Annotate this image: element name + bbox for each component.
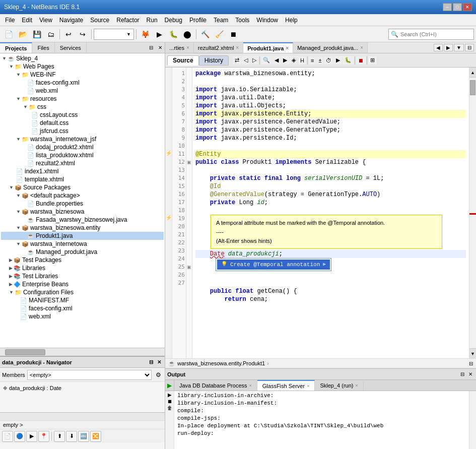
tab-files[interactable]: Files [32,42,54,53]
tab-menu-btn[interactable]: ▼ [454,44,464,51]
menu-source[interactable]: Source [87,16,112,25]
tree-item-webinf[interactable]: ▼ 📁 WEB-INF [1,71,164,79]
minimize-button[interactable]: ─ [443,3,452,11]
tree-item-jsfcrud[interactable]: 📄 jsfcrud.css [1,127,164,135]
tree-item-warstwa-int[interactable]: ▼ 📁 warstwa_internetowa_jsf [1,135,164,143]
output-tab-sklep4-close[interactable]: × [355,383,358,388]
toolbar-toggle-bookmarks[interactable]: ⇄ [233,56,241,65]
tab-restore-btn[interactable]: ⊟ [465,44,474,51]
autocomplete-item[interactable]: 💡 Create @Temporal annotation ▶ [217,260,330,270]
nav-action-btn-2[interactable]: 🔵 [14,431,25,442]
tree-item-faces-config2[interactable]: 📄 faces-config.xml [1,304,164,312]
output-tab-glassfish-close[interactable]: × [307,383,309,389]
toolbar-find-sel[interactable]: ◈ [290,56,298,65]
editor-tab-managed[interactable]: Managed_produkt.java... × [293,42,368,53]
tree-toggle-webpages[interactable]: ▼ [9,64,14,69]
output-restore-btn[interactable]: ⊟ [459,371,466,377]
editor-tab-produkt1[interactable]: Produkt1.java × [243,42,293,53]
run-button[interactable]: ▶ [153,28,166,41]
tree-item-test-libraries[interactable]: ▶ 📚 Test Libraries [1,272,164,280]
tree-item-default-pkg[interactable]: ▼ 📦 <default package> [1,191,164,200]
tree-toggle-css[interactable]: ▼ [23,104,28,109]
tree-item-warstwa-int2[interactable]: ▼ 📦 warstwa_internetowa [1,240,164,248]
menu-help[interactable]: Help [282,16,301,25]
nav-action-btn-1[interactable]: 📄 [2,431,13,442]
navigator-item-data-produkcji[interactable]: ◆ data_produkcji : Date [2,384,163,392]
tree-toggle-default-pkg[interactable]: ▼ [16,193,21,198]
tree-item-resources[interactable]: ▼ 📁 resources [1,95,164,103]
source-tab-history[interactable]: History [199,55,229,66]
output-tab-sklep4[interactable]: Sklep_4 (run) × [315,380,363,391]
toolbar-next-bookmark[interactable]: ▷ [250,56,258,65]
clean-build-button[interactable]: 🧹 [213,28,226,41]
breadcrumb-close-btn[interactable]: ⊟ [469,361,473,366]
tree-item-webpages[interactable]: ▼ 📁 Web Pages [1,62,164,71]
tree-item-faces-config[interactable]: 📄 faces-config.xml [1,79,164,87]
menu-view[interactable]: View [36,16,55,25]
editor-tab-close-produkt1[interactable]: × [286,45,289,51]
tree-item-config-files[interactable]: ▼ 📁 Configuration Files [1,288,164,296]
tree-item-warstwa-biz-ent[interactable]: ▼ 📦 warstwa_biznesowa.entity [1,224,164,232]
autocomplete-popup[interactable]: 💡 Create @Temporal annotation ▶ [216,258,331,271]
tree-item-csslayout[interactable]: 📄 cssLayout.css [1,111,164,119]
tree-toggle-libraries[interactable]: ▶ [9,266,13,271]
tree-toggle-warstwa-int[interactable]: ▼ [16,137,21,142]
tree-item-dodaj[interactable]: 📄 dodaj_produkt2.xhtml [1,143,164,151]
nav-action-btn-7[interactable]: 🔤 [78,431,89,442]
run-project-input[interactable] [96,31,126,37]
tree-item-rezultat2[interactable]: 📄 rezultat2.xhtml [1,159,164,167]
nav-action-btn-4[interactable]: 📍 [38,431,49,442]
code-content[interactable]: package warstwa_biznesowa.entity; import… [192,68,469,358]
menu-profile[interactable]: Profile [186,16,210,25]
output-run-btn[interactable]: ▶ [167,382,172,389]
output-run-side-btn[interactable]: ▶ [168,392,172,398]
output-stop-side-btn[interactable]: ⏹ [167,399,172,404]
menu-refactor[interactable]: Refactor [113,16,142,25]
redo-button[interactable]: ↪ [76,28,89,41]
open-project-button[interactable]: 📂 [16,28,29,41]
scroll-up-btn[interactable]: ▲ [469,68,476,78]
tree-item-produkt1[interactable]: ☕ Produkt1.java [1,232,164,240]
tree-item-libraries[interactable]: ▶ 📚 Libraries [1,264,164,272]
tree-item-defaultcss[interactable]: 📄 default.css [1,119,164,127]
tree-toggle-config-files[interactable]: ▼ [9,290,14,295]
toolbar-stop-btn[interactable]: ⏹ [356,56,366,65]
menu-team[interactable]: Team [211,16,231,25]
left-horiz-scrollbar[interactable] [0,348,165,356]
new-project-button[interactable]: 📄 [2,28,15,41]
menu-file[interactable]: File [2,16,18,25]
editor-tab-close-rties[interactable]: × [186,45,189,50]
output-tab-javadb[interactable]: Java DB Database Process × [174,380,257,391]
toolbar-find[interactable]: 🔍 [261,56,272,65]
toolbar-find-prev[interactable]: ◀ [273,56,281,65]
toolbar-format[interactable]: ≡ [309,56,316,65]
panel-close-btn[interactable]: ✕ [156,43,165,52]
editor-tab-rezultat2[interactable]: rezultat2.xhtml × [194,42,243,53]
toolbar-toggle-highlight[interactable]: H [298,56,306,65]
save-all-button[interactable]: 🗂 [44,28,57,41]
breadcrumb-path[interactable]: warstwa_biznesowa.entity.Produkt1 [177,360,265,366]
menu-run[interactable]: Run [144,16,161,25]
tree-toggle-warstwa-biz[interactable]: ▼ [16,209,21,214]
stop-button[interactable]: ⏹ [227,28,240,41]
scroll-down-btn[interactable]: ▼ [469,348,476,358]
tree-toggle-warstwa-biz-ent[interactable]: ▼ [16,225,21,230]
panel-restore-btn[interactable]: ⊟ [147,43,156,52]
maximize-button[interactable]: □ [453,3,462,11]
menu-tools[interactable]: Tools [232,16,252,25]
tree-toggle-warstwa-int2[interactable]: ▼ [16,241,21,246]
search-input[interactable] [400,31,466,37]
output-tab-glassfish[interactable]: GlassFish Server × [257,380,315,391]
tree-item-root[interactable]: ▼ ☕ Sklep_4 [1,54,164,62]
toolbar-history[interactable]: ⏱ [324,56,333,65]
editor-tab-close-rezultat2[interactable]: × [236,45,239,50]
run-dropdown-icon[interactable]: ▼ [126,32,131,37]
debug-button[interactable]: 🐛 [167,28,180,41]
toolbar-run-btn[interactable]: ▶ [334,56,342,65]
tree-item-index1[interactable]: 📄 index1.xhtml [1,167,164,175]
tree-toggle-webinf[interactable]: ▼ [16,72,21,77]
editor-tab-close-managed[interactable]: × [360,45,363,50]
navigator-settings-btn[interactable]: ⚙ [154,370,163,379]
navigator-restore-btn[interactable]: ⊟ [148,359,155,365]
toolbar-diff[interactable]: ± [316,56,323,65]
